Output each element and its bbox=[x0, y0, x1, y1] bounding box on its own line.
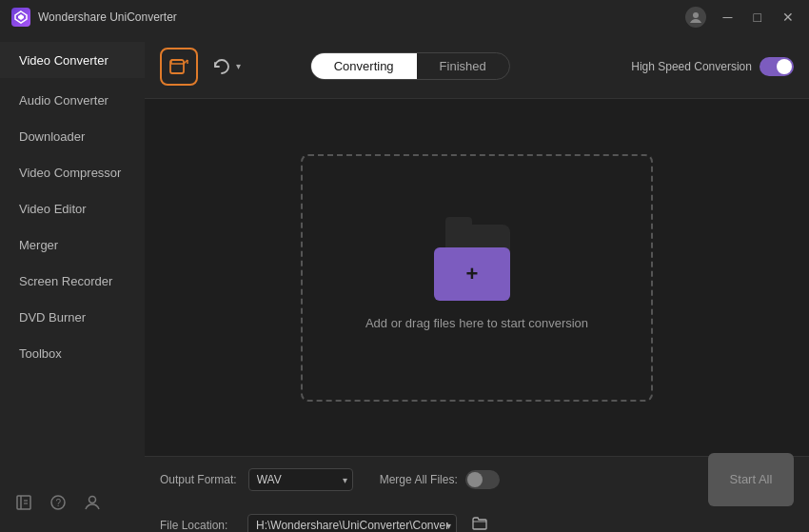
sidebar-bottom: ? bbox=[0, 484, 145, 524]
file-location-select-wrap: H:\Wondershare\UniConverter\Converted bbox=[247, 514, 457, 533]
file-location-label: File Location: bbox=[160, 519, 236, 532]
folder-plus-icon: + bbox=[466, 262, 479, 286]
title-bar: Wondershare UniConverter ─ □ ✕ bbox=[0, 0, 809, 34]
sidebar-item-screen-recorder[interactable]: Screen Recorder bbox=[0, 263, 145, 299]
add-file-button[interactable] bbox=[160, 48, 198, 86]
app-logo bbox=[11, 8, 30, 27]
sidebar-item-video-compressor[interactable]: Video Compressor bbox=[0, 154, 145, 190]
book-icon[interactable] bbox=[15, 494, 32, 515]
tab-group: Converting Finished bbox=[310, 52, 510, 80]
avatar-btn[interactable] bbox=[685, 7, 706, 28]
output-format-label: Output Format: bbox=[160, 473, 237, 486]
app-title-text: Wondershare UniConverter bbox=[38, 10, 678, 24]
high-speed-area: High Speed Conversion bbox=[631, 57, 794, 76]
output-format-select-wrap: WAV MP4 MP3 AVI MOV MKV bbox=[248, 468, 353, 491]
minimize-btn[interactable]: ─ bbox=[720, 10, 737, 24]
sidebar-item-audio-converter[interactable]: Audio Converter bbox=[0, 82, 145, 118]
main-layout: Video Converter Audio Converter Download… bbox=[0, 34, 809, 532]
sidebar-item-toolbox[interactable]: Toolbox bbox=[0, 335, 145, 371]
content-area: ▾ Converting Finished High Speed Convers… bbox=[145, 34, 809, 532]
svg-point-2 bbox=[693, 12, 699, 18]
high-speed-label: High Speed Conversion bbox=[631, 60, 752, 73]
rotate-dropdown-button[interactable]: ▾ bbox=[207, 52, 245, 81]
merge-label: Merge All Files: bbox=[380, 473, 458, 486]
merge-toggle[interactable] bbox=[465, 470, 500, 489]
title-controls: ─ □ ✕ bbox=[685, 7, 798, 28]
sidebar-item-video-editor[interactable]: Video Editor bbox=[0, 190, 145, 227]
dropdown-arrow-icon: ▾ bbox=[236, 61, 241, 71]
close-btn[interactable]: ✕ bbox=[779, 10, 798, 24]
person-icon[interactable] bbox=[84, 494, 101, 515]
folder-icon: + bbox=[434, 225, 520, 301]
drop-zone[interactable]: + Add or drag files here to start conver… bbox=[301, 154, 653, 402]
tab-converting[interactable]: Converting bbox=[311, 53, 417, 79]
high-speed-toggle[interactable] bbox=[760, 57, 794, 76]
svg-point-9 bbox=[89, 497, 96, 503]
open-folder-button[interactable] bbox=[468, 515, 491, 532]
question-icon[interactable]: ? bbox=[49, 494, 67, 515]
toolbar: ▾ Converting Finished High Speed Convers… bbox=[145, 34, 809, 99]
sidebar: Video Converter Audio Converter Download… bbox=[0, 34, 145, 532]
svg-rect-10 bbox=[170, 60, 184, 73]
maximize-btn[interactable]: □ bbox=[750, 10, 765, 24]
folder-front: + bbox=[434, 247, 510, 301]
svg-rect-3 bbox=[17, 496, 30, 509]
start-all-button[interactable]: Start All bbox=[708, 453, 794, 506]
svg-marker-1 bbox=[18, 14, 24, 20]
drop-zone-text: Add or drag files here to start conversi… bbox=[365, 316, 588, 330]
bottom-bar: Output Format: WAV MP4 MP3 AVI MOV MKV M… bbox=[145, 456, 809, 532]
sidebar-item-merger[interactable]: Merger bbox=[0, 227, 145, 263]
sidebar-item-downloader[interactable]: Downloader bbox=[0, 118, 145, 154]
output-format-select[interactable]: WAV MP4 MP3 AVI MOV MKV bbox=[248, 468, 353, 491]
file-location-select[interactable]: H:\Wondershare\UniConverter\Converted bbox=[247, 514, 457, 533]
sidebar-item-video-converter[interactable]: Video Converter bbox=[0, 42, 145, 78]
sidebar-item-dvd-burner[interactable]: DVD Burner bbox=[0, 299, 145, 335]
svg-text:?: ? bbox=[56, 498, 62, 508]
drop-zone-area: + Add or drag files here to start conver… bbox=[145, 99, 809, 456]
bottom-row-1: Output Format: WAV MP4 MP3 AVI MOV MKV M… bbox=[160, 453, 794, 506]
tab-finished[interactable]: Finished bbox=[417, 53, 509, 79]
bottom-row-2: File Location: H:\Wondershare\UniConvert… bbox=[160, 514, 794, 533]
merge-all-area: Merge All Files: bbox=[380, 470, 500, 489]
